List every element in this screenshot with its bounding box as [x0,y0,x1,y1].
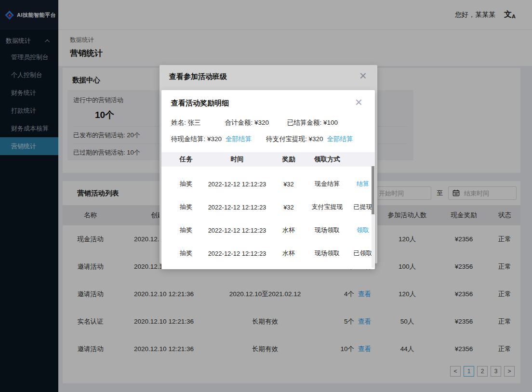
col-reward: 奖励 [273,155,304,164]
reward-name: 姓名: 张三 [171,118,201,127]
cell-time: 2022-12-12 12:12:23 [201,181,273,188]
settle-all-alipay-link[interactable]: 全部结算 [327,135,353,144]
cell-task: 抽奖 [171,180,201,188]
app-root: AI技能智能平台 数据统计 管理员控制台 个人控制台 财务统计 打款统计 财务成… [0,0,532,392]
front-modal-title: 查看活动奖励明细 [161,90,375,108]
pending-cash: 待现金结算: ¥320 [171,135,222,144]
cell-method: 现场领取 [304,226,350,235]
reward-row: 抽奖 2022-12-12 12:12:23 ¥32 支付宝提现 已提现 [171,196,375,219]
pending-alipay: 待支付宝提现: ¥320 [266,135,323,144]
reward-table-body: 抽奖 2022-12-12 12:12:23 ¥32 现金结算 结算 抽奖 20… [161,167,375,265]
cell-reward: 水杯 [273,249,304,258]
scrollbar-thumb[interactable] [372,166,374,214]
cell-method: 支付宝提现 [304,203,350,211]
reward-detail-modal: 查看活动奖励明细 × 姓名: 张三 合计金额: ¥320 已结算金额: ¥100… [161,90,375,269]
cell-time: 2022-12-12 12:12:23 [201,227,273,234]
cell-reward: ¥32 [273,204,304,211]
reward-table-header: 任务 时间 奖励 领取方式 [161,152,375,167]
reward-row: 抽奖 2022-12-12 12:12:23 水杯 现场领取 领取 [171,219,375,242]
cell-task: 抽奖 [171,249,201,258]
cell-reward: ¥32 [273,181,304,188]
cell-task: 抽奖 [171,226,201,235]
cell-time: 2022-12-12 12:12:23 [201,204,273,211]
reward-row: 抽奖 2022-12-12 12:12:23 ¥32 现金结算 结算 [171,172,375,196]
cell-time: 2022-12-12 12:12:23 [201,250,273,257]
cell-task: 抽奖 [171,203,201,211]
close-icon[interactable]: × [355,95,362,110]
reward-total: 合计金额: ¥320 [225,118,269,127]
col-method: 领取方式 [304,155,350,164]
settle-all-cash-link[interactable]: 全部结算 [226,135,252,144]
reward-settled: 已结算金额: ¥100 [287,118,338,127]
col-task: 任务 [171,155,201,164]
cell-method: 现场领取 [304,249,350,258]
col-time: 时间 [201,155,273,164]
reward-row: 抽奖 2022-12-12 12:12:23 水杯 现场领取 已领取 [171,242,375,265]
modal-scrollbar[interactable] [372,166,374,268]
cell-method: 现金结算 [304,180,350,188]
cell-reward: 水杯 [273,226,304,235]
